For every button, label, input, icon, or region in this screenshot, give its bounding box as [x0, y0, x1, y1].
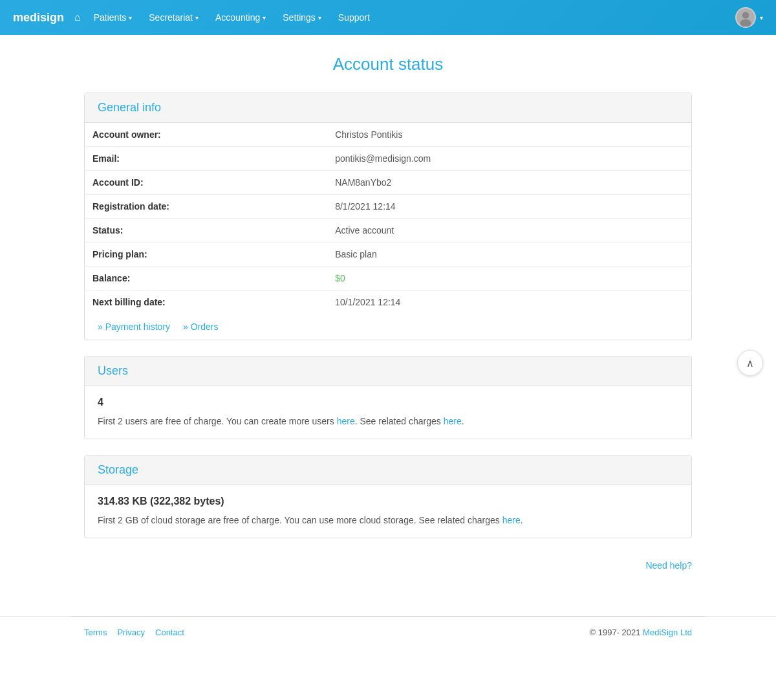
storage-desc-suffix: . [521, 515, 523, 525]
user-menu-caret-icon: ▾ [760, 14, 763, 21]
general-info-card: General info Account owner:Christos Pont… [84, 93, 692, 340]
row-value: NAM8anYbo2 [327, 171, 691, 195]
footer-brand-link[interactable]: MediSign Ltd [643, 628, 692, 637]
row-value: Christos Pontikis [327, 123, 691, 147]
row-label: Account owner: [85, 123, 327, 147]
orders-link[interactable]: » Orders [183, 322, 218, 332]
storage-title: Storage [98, 463, 138, 476]
row-label: Status: [85, 219, 327, 243]
nav-settings[interactable]: Settings ▾ [276, 8, 328, 27]
page-title: Account status [84, 54, 692, 74]
row-value: pontikis@medisign.com [327, 147, 691, 171]
nav-patients[interactable]: Patients ▾ [87, 8, 139, 27]
table-row: Status:Active account [85, 219, 691, 243]
row-label: Balance: [85, 267, 327, 290]
nav-patients-caret-icon: ▾ [129, 14, 132, 21]
table-row: Next billing date:10/1/2021 12:14 [85, 290, 691, 314]
nav-settings-label: Settings [283, 12, 316, 23]
storage-desc-prefix: First 2 GB of cloud storage are free of … [98, 515, 502, 525]
footer-terms-link[interactable]: Terms [84, 628, 107, 637]
storage-here-link[interactable]: here [502, 515, 521, 525]
general-info-body: Account owner:Christos PontikisEmail:pon… [85, 123, 691, 340]
table-row: Pricing plan:Basic plan [85, 243, 691, 267]
brand-logo[interactable]: medisign [13, 11, 64, 25]
payment-history-link[interactable]: » Payment history [98, 322, 170, 332]
nav-patients-label: Patients [94, 12, 127, 23]
storage-body: 314.83 KB (322,382 bytes) First 2 GB of … [85, 485, 691, 538]
footer-copyright-text: © 1997- 2021 [590, 628, 643, 637]
table-row: Account owner:Christos Pontikis [85, 123, 691, 147]
nav-accounting-label: Accounting [215, 12, 260, 23]
footer-copyright: © 1997- 2021 MediSign Ltd [590, 628, 692, 637]
nav-accounting[interactable]: Accounting ▾ [209, 8, 272, 27]
home-icon[interactable]: ⌂ [74, 12, 81, 23]
users-body: 4 First 2 users are free of charge. You … [85, 386, 691, 439]
nav-support[interactable]: Support [332, 8, 376, 27]
table-row: Registration date:8/1/2021 12:14 [85, 195, 691, 219]
users-card: Users 4 First 2 users are free of charge… [84, 356, 692, 439]
svg-point-1 [742, 12, 749, 19]
user-count: 4 [98, 397, 678, 408]
footer-contact-link[interactable]: Contact [155, 628, 184, 637]
nav-secretariat-caret-icon: ▾ [195, 14, 199, 21]
navbar: medisign ⌂ Patients ▾ Secretariat ▾ Acco… [0, 0, 776, 35]
row-label: Email: [85, 147, 327, 171]
row-label: Next billing date: [85, 290, 327, 314]
row-label: Account ID: [85, 171, 327, 195]
row-value: Active account [327, 219, 691, 243]
users-desc-suffix: . [462, 416, 464, 426]
table-row: Account ID:NAM8anYbo2 [85, 171, 691, 195]
row-value: 8/1/2021 12:14 [327, 195, 691, 219]
page-content: Account status General info Account owne… [71, 35, 705, 609]
table-row: Email:pontikis@medisign.com [85, 147, 691, 171]
nav-secretariat-label: Secretariat [149, 12, 193, 23]
footer-links: Terms Privacy Contact [84, 628, 184, 637]
storage-header: Storage [85, 455, 691, 485]
users-title: Users [98, 364, 128, 377]
users-desc-middle: . See related charges [355, 416, 444, 426]
users-here1-link[interactable]: here [337, 416, 355, 426]
nav-settings-caret-icon: ▾ [318, 14, 321, 21]
row-label: Registration date: [85, 195, 327, 219]
storage-size: 314.83 KB (322,382 bytes) [98, 496, 678, 507]
general-info-title: General info [98, 101, 161, 114]
users-here2-link[interactable]: here [444, 416, 462, 426]
row-value: $0 [327, 267, 691, 290]
scroll-to-top-button[interactable]: ∧ [737, 350, 763, 376]
row-value: Basic plan [327, 243, 691, 267]
footer-privacy-link[interactable]: Privacy [117, 628, 145, 637]
storage-description: First 2 GB of cloud storage are free of … [98, 514, 678, 527]
row-value: 10/1/2021 12:14 [327, 290, 691, 314]
action-links: » Payment history » Orders [85, 314, 691, 340]
users-desc-prefix: First 2 users are free of charge. You ca… [98, 416, 337, 426]
users-description: First 2 users are free of charge. You ca… [98, 415, 678, 428]
footer: Terms Privacy Contact © 1997- 2021 MediS… [0, 617, 776, 648]
avatar [735, 7, 756, 28]
chevron-up-icon: ∧ [746, 357, 754, 369]
nav-support-label: Support [338, 12, 370, 23]
need-help-row: Need help? [84, 554, 692, 584]
table-row: Balance:$0 [85, 267, 691, 290]
users-header: Users [85, 356, 691, 386]
need-help-link[interactable]: Need help? [645, 560, 692, 571]
user-menu[interactable]: ▾ [735, 7, 763, 28]
row-label: Pricing plan: [85, 243, 327, 267]
nav-accounting-caret-icon: ▾ [263, 14, 266, 21]
storage-card: Storage 314.83 KB (322,382 bytes) First … [84, 455, 692, 538]
general-info-table: Account owner:Christos PontikisEmail:pon… [85, 123, 691, 314]
nav-secretariat[interactable]: Secretariat ▾ [142, 8, 205, 27]
general-info-header: General info [85, 93, 691, 123]
